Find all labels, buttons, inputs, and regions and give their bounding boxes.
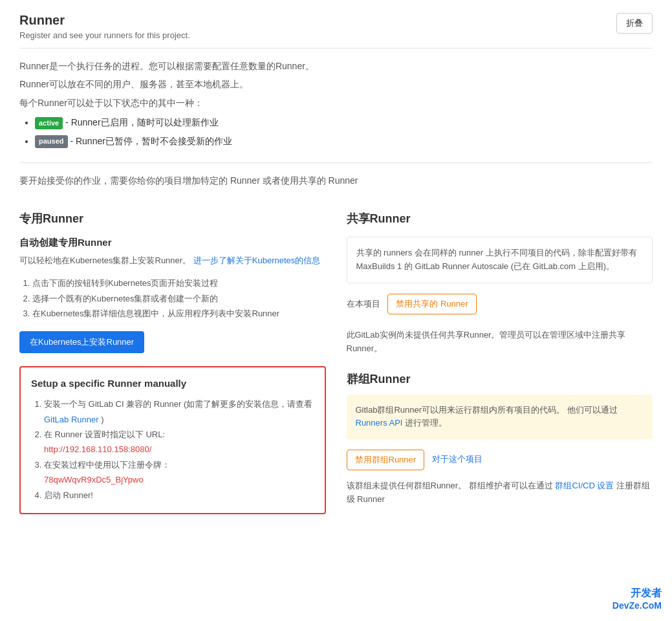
status-paused-item: paused - Runner已暂停，暂时不会接受新的作业 (35, 134, 653, 148)
intro-banner: 要开始接受你的作业，需要你给你的项目增加特定的 Runner 或者使用共享的 R… (19, 173, 653, 195)
shared-column: 共享Runner 共享的 runners 会在同样的 runner 上执行不同项… (347, 211, 653, 506)
auto-steps-list: 点击下面的按钮转到Kubernetes页面开始安装过程 选择一个既有的Kuber… (32, 276, 326, 321)
dedicated-column: 专用Runner 自动创建专用Runner 可以轻松地在Kubernetes集群… (19, 211, 326, 514)
main-content: 专用Runner 自动创建专用Runner 可以轻松地在Kubernetes集群… (19, 211, 653, 514)
manual-step-4: 启动 Runner! (44, 488, 314, 503)
manual-step1-before: 安装一个与 GitLab CI 兼容的 Runner (如需了解更多的安装信息，… (44, 399, 312, 409)
group-project-link[interactable]: 对于这个项目 (432, 450, 482, 470)
page-subtitle: Register and see your runners for this p… (19, 30, 190, 40)
group-cicd-link[interactable]: 群组CI/CD 设置 (555, 481, 614, 490)
shared-project-label: 在本项目 (347, 299, 380, 309)
group-note-before: 该群组未提供任何群组Runner。 群组维护者可以在通过 (347, 481, 553, 490)
info-section: Runner是一个执行任务的进程。您可以根据需要配置任意数量的Runner。 R… (19, 59, 653, 163)
disable-group-runner-button[interactable]: 禁用群组Runner (347, 450, 425, 470)
manual-step-3: 在安装过程中使用以下注册令牌： 78qwWqvR9xDc5_BjYpwo (44, 457, 314, 488)
shared-project-row: 在本项目 禁用共享的 Runner (347, 294, 653, 323)
manual-setup-heading: Setup a specific Runner manually (31, 378, 314, 389)
kubernetes-info-link[interactable]: 进一步了解关于Kubernetes的信息 (193, 256, 321, 265)
shared-heading: 共享Runner (347, 211, 653, 226)
runner-header: Runner Register and see your runners for… (19, 13, 653, 49)
manual-steps-list: 安装一个与 GitLab CI 兼容的 Runner (如需了解更多的安装信息，… (44, 397, 314, 503)
paused-badge: paused (35, 135, 68, 148)
group-runner-heading: 群组Runner (347, 371, 653, 387)
auto-step-3: 在Kubernetes集群详细信息视图中，从应用程序列表中安装Runner (32, 306, 326, 321)
page-title: Runner (19, 13, 190, 28)
auto-create-section: 自动创建专用Runner 可以轻松地在Kubernetes集群上安装Runner… (19, 237, 326, 353)
manual-step-2: 在 Runner 设置时指定以下 URL: http://192.168.110… (44, 427, 314, 457)
gitlab-runner-link[interactable]: GitLab Runner (44, 415, 99, 424)
auto-create-heading: 自动创建专用Runner (19, 237, 326, 249)
info-line1: Runner是一个执行任务的进程。您可以根据需要配置任意数量的Runner。 (19, 59, 653, 73)
runner-token: 78qwWqvR9xDc5_BjYpwo (44, 475, 144, 485)
auto-step-2: 选择一个既有的Kubernetes集群或者创建一个新的 (32, 291, 326, 306)
info-line3: 每个Runner可以处于以下状态中的其中一种： (19, 96, 653, 110)
shared-info-text: 共享的 runners 会在同样的 runner 上执行不同项目的代码，除非配置… (356, 248, 637, 271)
runner-url: http://192.168.110.158:8080/ (44, 444, 151, 454)
group-runner-info: Gitlab群组Runner可以用来运行群组内所有项目的代码。 他们可以通过 R… (347, 395, 653, 440)
collapse-button[interactable]: 折叠 (616, 13, 653, 34)
group-btn-row: 禁用群组Runner 对于这个项目 (347, 450, 653, 470)
intro-text: 要开始接受你的作业，需要你给你的项目增加特定的 Runner 或者使用共享的 R… (19, 175, 358, 186)
group-runner-info-text: Gitlab群组Runner可以用来运行群组内所有项目的代码。 他们可以通过 R… (356, 405, 618, 428)
kubernetes-install-button[interactable]: 在Kubernetes上安装Runner (19, 331, 144, 353)
auto-create-desc: 可以轻松地在Kubernetes集群上安装Runner。 进一步了解关于Kube… (19, 254, 326, 268)
manual-step2-text: 在 Runner 设置时指定以下 URL: (44, 430, 165, 439)
dedicated-heading: 专用Runner (19, 211, 326, 226)
status-list: active - Runner已启用，随时可以处理新作业 paused - Ru… (35, 115, 653, 148)
status-active-item: active - Runner已启用，随时可以处理新作业 (35, 115, 653, 129)
active-badge: active (35, 117, 63, 130)
shared-note: 此GitLab实例尚未提供任何共享Runner。管理员可以在管理区域中注册共享R… (347, 329, 653, 356)
runners-api-link[interactable]: Runners API (356, 418, 403, 428)
disable-shared-runner-button[interactable]: 禁用共享的 Runner (387, 294, 476, 314)
auto-step-1: 点击下面的按钮转到Kubernetes页面开始安装过程 (32, 276, 326, 290)
group-note: 该群组未提供任何群组Runner。 群组维护者可以在通过 群组CI/CD 设置 … (347, 479, 653, 507)
paused-description: - Runner已暂停，暂时不会接受新的作业 (70, 136, 232, 146)
manual-step3-text: 在安装过程中使用以下注册令牌： (44, 460, 170, 470)
manual-setup-section: Setup a specific Runner manually 安装一个与 G… (19, 366, 326, 514)
manual-step1-after: ) (101, 415, 103, 424)
manual-step-1: 安装一个与 GitLab CI 兼容的 Runner (如需了解更多的安装信息，… (44, 397, 314, 427)
info-line2: Runner可以放在不同的用户、服务器，甚至本地机器上。 (19, 77, 653, 91)
auto-desc-text: 可以轻松地在Kubernetes集群上安装Runner。 (19, 256, 191, 265)
active-description: - Runner已启用，随时可以处理新作业 (65, 117, 218, 127)
shared-info-box: 共享的 runners 会在同样的 runner 上执行不同项目的代码，除非配置… (347, 237, 653, 283)
